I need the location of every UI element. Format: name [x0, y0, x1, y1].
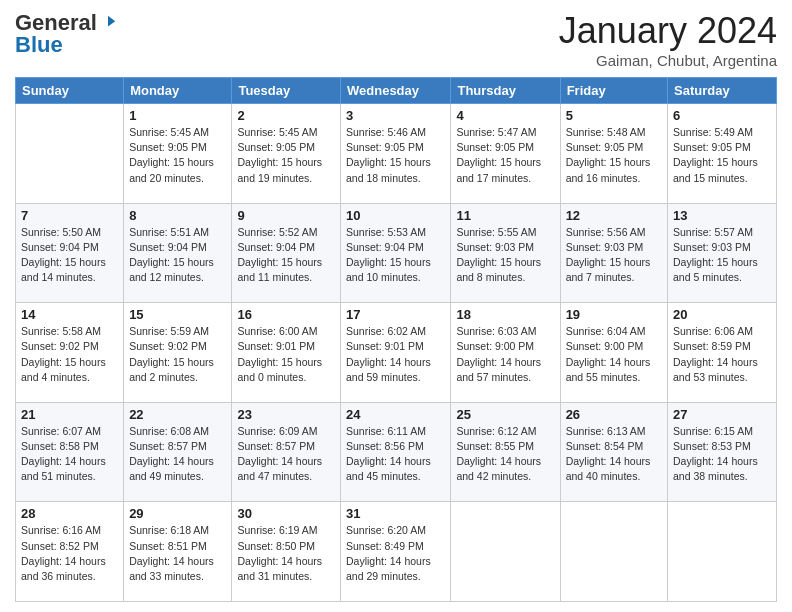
day-info: Sunrise: 6:12 AM Sunset: 8:55 PM Dayligh… [456, 424, 554, 485]
day-info: Sunrise: 5:49 AM Sunset: 9:05 PM Dayligh… [673, 125, 771, 186]
day-number: 26 [566, 407, 662, 422]
day-number: 18 [456, 307, 554, 322]
calendar-cell: 27Sunrise: 6:15 AM Sunset: 8:53 PM Dayli… [668, 402, 777, 502]
calendar-cell: 25Sunrise: 6:12 AM Sunset: 8:55 PM Dayli… [451, 402, 560, 502]
day-info: Sunrise: 6:00 AM Sunset: 9:01 PM Dayligh… [237, 324, 335, 385]
day-info: Sunrise: 6:02 AM Sunset: 9:01 PM Dayligh… [346, 324, 445, 385]
day-header-thursday: Thursday [451, 78, 560, 104]
day-number: 6 [673, 108, 771, 123]
day-number: 20 [673, 307, 771, 322]
day-header-wednesday: Wednesday [341, 78, 451, 104]
day-number: 27 [673, 407, 771, 422]
day-number: 15 [129, 307, 226, 322]
day-info: Sunrise: 5:46 AM Sunset: 9:05 PM Dayligh… [346, 125, 445, 186]
day-number: 13 [673, 208, 771, 223]
day-header-tuesday: Tuesday [232, 78, 341, 104]
day-number: 3 [346, 108, 445, 123]
calendar-cell [560, 502, 667, 602]
day-header-saturday: Saturday [668, 78, 777, 104]
calendar-cell: 12Sunrise: 5:56 AM Sunset: 9:03 PM Dayli… [560, 203, 667, 303]
calendar-cell: 29Sunrise: 6:18 AM Sunset: 8:51 PM Dayli… [124, 502, 232, 602]
day-number: 30 [237, 506, 335, 521]
day-number: 16 [237, 307, 335, 322]
calendar-cell: 14Sunrise: 5:58 AM Sunset: 9:02 PM Dayli… [16, 303, 124, 403]
week-row-2: 7Sunrise: 5:50 AM Sunset: 9:04 PM Daylig… [16, 203, 777, 303]
day-info: Sunrise: 6:16 AM Sunset: 8:52 PM Dayligh… [21, 523, 118, 584]
day-number: 17 [346, 307, 445, 322]
day-number: 11 [456, 208, 554, 223]
calendar-cell: 3Sunrise: 5:46 AM Sunset: 9:05 PM Daylig… [341, 104, 451, 204]
day-info: Sunrise: 5:47 AM Sunset: 9:05 PM Dayligh… [456, 125, 554, 186]
calendar-cell: 24Sunrise: 6:11 AM Sunset: 8:56 PM Dayli… [341, 402, 451, 502]
calendar-cell: 13Sunrise: 5:57 AM Sunset: 9:03 PM Dayli… [668, 203, 777, 303]
day-info: Sunrise: 5:50 AM Sunset: 9:04 PM Dayligh… [21, 225, 118, 286]
day-info: Sunrise: 5:59 AM Sunset: 9:02 PM Dayligh… [129, 324, 226, 385]
day-number: 8 [129, 208, 226, 223]
calendar-cell [451, 502, 560, 602]
day-info: Sunrise: 6:11 AM Sunset: 8:56 PM Dayligh… [346, 424, 445, 485]
day-number: 28 [21, 506, 118, 521]
calendar-cell: 11Sunrise: 5:55 AM Sunset: 9:03 PM Dayli… [451, 203, 560, 303]
day-number: 5 [566, 108, 662, 123]
day-number: 22 [129, 407, 226, 422]
day-info: Sunrise: 6:13 AM Sunset: 8:54 PM Dayligh… [566, 424, 662, 485]
day-number: 1 [129, 108, 226, 123]
day-number: 9 [237, 208, 335, 223]
day-info: Sunrise: 6:08 AM Sunset: 8:57 PM Dayligh… [129, 424, 226, 485]
calendar-cell: 10Sunrise: 5:53 AM Sunset: 9:04 PM Dayli… [341, 203, 451, 303]
day-info: Sunrise: 6:20 AM Sunset: 8:49 PM Dayligh… [346, 523, 445, 584]
calendar-cell: 8Sunrise: 5:51 AM Sunset: 9:04 PM Daylig… [124, 203, 232, 303]
day-header-monday: Monday [124, 78, 232, 104]
day-info: Sunrise: 5:55 AM Sunset: 9:03 PM Dayligh… [456, 225, 554, 286]
day-header-sunday: Sunday [16, 78, 124, 104]
calendar-cell: 7Sunrise: 5:50 AM Sunset: 9:04 PM Daylig… [16, 203, 124, 303]
day-info: Sunrise: 5:57 AM Sunset: 9:03 PM Dayligh… [673, 225, 771, 286]
day-info: Sunrise: 6:19 AM Sunset: 8:50 PM Dayligh… [237, 523, 335, 584]
day-number: 10 [346, 208, 445, 223]
calendar-table: SundayMondayTuesdayWednesdayThursdayFrid… [15, 77, 777, 602]
day-number: 12 [566, 208, 662, 223]
calendar-cell: 6Sunrise: 5:49 AM Sunset: 9:05 PM Daylig… [668, 104, 777, 204]
day-info: Sunrise: 5:56 AM Sunset: 9:03 PM Dayligh… [566, 225, 662, 286]
calendar-cell: 21Sunrise: 6:07 AM Sunset: 8:58 PM Dayli… [16, 402, 124, 502]
calendar-cell: 1Sunrise: 5:45 AM Sunset: 9:05 PM Daylig… [124, 104, 232, 204]
day-info: Sunrise: 5:51 AM Sunset: 9:04 PM Dayligh… [129, 225, 226, 286]
calendar-cell: 18Sunrise: 6:03 AM Sunset: 9:00 PM Dayli… [451, 303, 560, 403]
day-info: Sunrise: 5:52 AM Sunset: 9:04 PM Dayligh… [237, 225, 335, 286]
day-number: 14 [21, 307, 118, 322]
logo-blue: Blue [15, 32, 63, 57]
location: Gaiman, Chubut, Argentina [559, 52, 777, 69]
week-row-1: 1Sunrise: 5:45 AM Sunset: 9:05 PM Daylig… [16, 104, 777, 204]
logo: General Blue [15, 10, 117, 58]
day-info: Sunrise: 6:07 AM Sunset: 8:58 PM Dayligh… [21, 424, 118, 485]
day-number: 25 [456, 407, 554, 422]
calendar-cell [16, 104, 124, 204]
week-row-4: 21Sunrise: 6:07 AM Sunset: 8:58 PM Dayli… [16, 402, 777, 502]
day-number: 31 [346, 506, 445, 521]
calendar-cell: 23Sunrise: 6:09 AM Sunset: 8:57 PM Dayli… [232, 402, 341, 502]
month-title: January 2024 [559, 10, 777, 52]
day-number: 24 [346, 407, 445, 422]
day-info: Sunrise: 5:48 AM Sunset: 9:05 PM Dayligh… [566, 125, 662, 186]
day-number: 29 [129, 506, 226, 521]
calendar-cell: 22Sunrise: 6:08 AM Sunset: 8:57 PM Dayli… [124, 402, 232, 502]
day-number: 23 [237, 407, 335, 422]
day-info: Sunrise: 5:45 AM Sunset: 9:05 PM Dayligh… [237, 125, 335, 186]
day-info: Sunrise: 5:58 AM Sunset: 9:02 PM Dayligh… [21, 324, 118, 385]
days-header-row: SundayMondayTuesdayWednesdayThursdayFrid… [16, 78, 777, 104]
day-number: 2 [237, 108, 335, 123]
day-number: 21 [21, 407, 118, 422]
calendar-cell: 30Sunrise: 6:19 AM Sunset: 8:50 PM Dayli… [232, 502, 341, 602]
calendar-cell: 28Sunrise: 6:16 AM Sunset: 8:52 PM Dayli… [16, 502, 124, 602]
day-info: Sunrise: 6:03 AM Sunset: 9:00 PM Dayligh… [456, 324, 554, 385]
week-row-5: 28Sunrise: 6:16 AM Sunset: 8:52 PM Dayli… [16, 502, 777, 602]
calendar-cell: 4Sunrise: 5:47 AM Sunset: 9:05 PM Daylig… [451, 104, 560, 204]
header: General Blue January 2024 Gaiman, Chubut… [15, 10, 777, 69]
calendar-cell: 16Sunrise: 6:00 AM Sunset: 9:01 PM Dayli… [232, 303, 341, 403]
day-info: Sunrise: 6:04 AM Sunset: 9:00 PM Dayligh… [566, 324, 662, 385]
day-number: 19 [566, 307, 662, 322]
day-info: Sunrise: 5:53 AM Sunset: 9:04 PM Dayligh… [346, 225, 445, 286]
day-info: Sunrise: 6:09 AM Sunset: 8:57 PM Dayligh… [237, 424, 335, 485]
calendar-cell [668, 502, 777, 602]
day-header-friday: Friday [560, 78, 667, 104]
